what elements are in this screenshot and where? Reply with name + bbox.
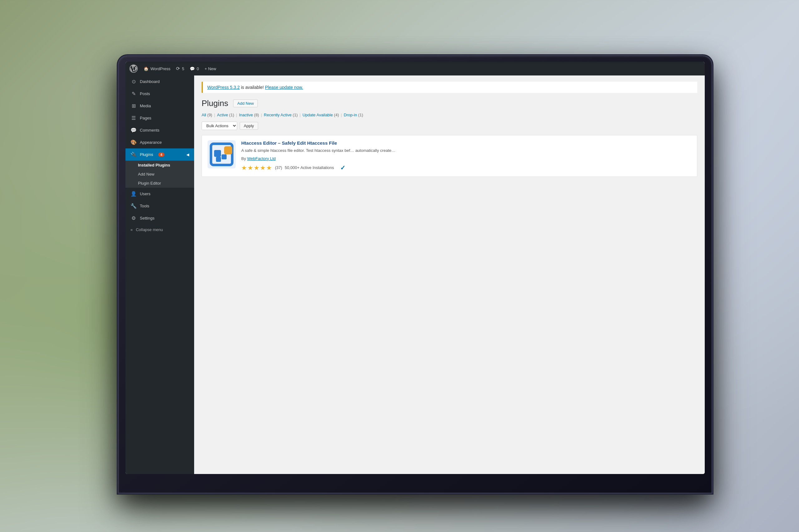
add-new-button[interactable]: Add New: [233, 99, 258, 107]
plugin-name: Htaccess Editor – Safely Edit Htaccess F…: [241, 140, 691, 146]
filter-links-bar: All (9) | Active (1) | Inactive (8) | Re…: [202, 113, 697, 117]
users-icon: 👤: [130, 191, 137, 197]
arrow-icon: ◀: [186, 152, 189, 157]
sidebar-item-pages[interactable]: ☰ Pages: [125, 112, 194, 124]
install-count: 50,000+ Active Installations: [285, 165, 334, 170]
plugin-description: A safe & simple htaccess file editor. Te…: [241, 148, 691, 154]
media-icon: ⊞: [130, 103, 137, 109]
site-name-label: WordPress: [150, 66, 170, 71]
filter-update-available[interactable]: Update Available (4): [303, 113, 339, 117]
active-checkmark: ✓: [340, 164, 345, 172]
settings-icon: ⚙: [130, 215, 137, 221]
wp-main-content: WordPress 5.3.2 is available! Please upd…: [194, 75, 705, 474]
wp-admin-bar: 🏠 WordPress ⟳ 5 💬 0 + New: [125, 62, 705, 75]
appearance-icon: 🎨: [130, 139, 137, 145]
laptop-device: 🏠 WordPress ⟳ 5 💬 0 + New: [119, 56, 712, 493]
sidebar-label-plugins: Plugins: [140, 152, 153, 157]
plugin-card: Htaccess Editor – Safely Edit Htaccess F…: [202, 135, 697, 177]
filter-recently-active[interactable]: Recently Active (1): [264, 113, 297, 117]
page-header: Plugins Add New: [202, 98, 697, 108]
sidebar-item-media[interactable]: ⊞ Media: [125, 100, 194, 112]
comments-count: 0: [197, 66, 199, 71]
sidebar-label-dashboard: Dashboard: [140, 79, 160, 84]
comments-sidebar-icon: 💬: [130, 127, 137, 133]
update-notice-banner: WordPress 5.3.2 is available! Please upd…: [202, 82, 697, 93]
collapse-menu-button[interactable]: « Collapse menu: [125, 224, 194, 235]
author-label: By: [241, 156, 246, 161]
wp-sidebar: ⊙ Dashboard ✎ Posts ⊞ Media: [125, 75, 194, 474]
sidebar-item-comments[interactable]: 💬 Comments: [125, 124, 194, 136]
filter-inactive[interactable]: Inactive (8): [239, 113, 259, 117]
review-count: (37): [275, 165, 282, 170]
sidebar-label-comments: Comments: [140, 128, 160, 133]
updates-button[interactable]: ⟳ 5: [176, 66, 184, 71]
plugin-icon-inner: [207, 140, 236, 168]
plugin-author: By WebFactory Ltd: [241, 156, 691, 161]
wp-version-link[interactable]: WordPress 5.3.2: [207, 85, 240, 90]
screen: 🏠 WordPress ⟳ 5 💬 0 + New: [125, 62, 705, 474]
filter-all[interactable]: All (9): [202, 113, 212, 117]
wordpress-icon: [129, 64, 138, 73]
apply-button[interactable]: Apply: [240, 122, 258, 130]
sidebar-label-appearance: Appearance: [140, 140, 162, 145]
plugin-info: Htaccess Editor – Safely Edit Htaccess F…: [241, 140, 691, 172]
wp-logo-button[interactable]: [129, 64, 138, 73]
plugins-submenu: Installed Plugins Add New Plugin Editor: [125, 160, 194, 188]
sidebar-item-settings[interactable]: ⚙ Settings: [125, 212, 194, 224]
sidebar-label-tools: Tools: [140, 204, 149, 208]
page-title: Plugins: [202, 98, 228, 108]
bulk-actions-bar: Bulk Actions Activate Deactivate Delete …: [202, 121, 697, 130]
svg-rect-3: [214, 150, 221, 157]
filter-drop-in[interactable]: Drop-in (1): [344, 113, 363, 117]
sidebar-item-dashboard[interactable]: ⊙ Dashboard: [125, 75, 194, 88]
plugin-icon: [207, 140, 236, 168]
sidebar-label-users: Users: [140, 191, 150, 196]
updates-count: 5: [182, 66, 184, 71]
sidebar-label-pages: Pages: [140, 116, 151, 120]
site-name-button[interactable]: 🏠 WordPress: [144, 66, 170, 71]
posts-icon: ✎: [130, 91, 137, 97]
sidebar-item-posts[interactable]: ✎ Posts: [125, 88, 194, 100]
comments-icon: 💬: [190, 66, 195, 71]
sidebar-label-media: Media: [140, 103, 151, 108]
collapse-label: Collapse menu: [136, 227, 163, 232]
update-now-link[interactable]: Please update now.: [265, 85, 303, 90]
new-content-button[interactable]: + New: [205, 66, 216, 71]
collapse-icon: «: [130, 227, 133, 232]
sidebar-label-settings: Settings: [140, 216, 155, 221]
submenu-installed-plugins[interactable]: Installed Plugins: [125, 160, 194, 170]
update-message: is available!: [240, 85, 265, 90]
svg-rect-5: [222, 154, 226, 159]
filter-active[interactable]: Active (1): [217, 113, 234, 117]
plugin-rating-row: ★★★★★ (37) 50,000+ Active Installations …: [241, 164, 691, 172]
plugins-badge: 4: [158, 152, 164, 157]
sidebar-item-tools[interactable]: 🔧 Tools: [125, 200, 194, 212]
svg-rect-4: [216, 157, 221, 162]
sidebar-label-posts: Posts: [140, 91, 150, 96]
plugin-stars: ★★★★★: [241, 164, 272, 172]
new-label: + New: [205, 66, 216, 71]
updates-icon: ⟳: [176, 66, 180, 71]
dashboard-icon: ⊙: [130, 79, 137, 84]
svg-rect-6: [224, 146, 232, 154]
comments-button[interactable]: 💬 0: [190, 66, 199, 71]
bulk-actions-select[interactable]: Bulk Actions Activate Deactivate Delete: [202, 121, 237, 130]
sidebar-item-users[interactable]: 👤 Users: [125, 188, 194, 200]
tools-icon: 🔧: [130, 203, 137, 209]
home-icon: 🏠: [144, 66, 149, 71]
wp-content-area: ⊙ Dashboard ✎ Posts ⊞ Media: [125, 75, 705, 474]
pages-icon: ☰: [130, 115, 137, 121]
sidebar-item-appearance[interactable]: 🎨 Appearance: [125, 136, 194, 148]
author-link[interactable]: WebFactory Ltd: [247, 156, 276, 161]
plugin-logo-svg: [208, 141, 235, 168]
submenu-plugin-editor[interactable]: Plugin Editor: [125, 179, 194, 188]
sidebar-item-plugins[interactable]: 🔌 Plugins 4 ◀: [125, 148, 194, 160]
laptop-bezel: 🏠 WordPress ⟳ 5 💬 0 + New: [119, 56, 712, 493]
plugins-icon: 🔌: [130, 152, 137, 157]
submenu-add-new[interactable]: Add New: [125, 170, 194, 179]
